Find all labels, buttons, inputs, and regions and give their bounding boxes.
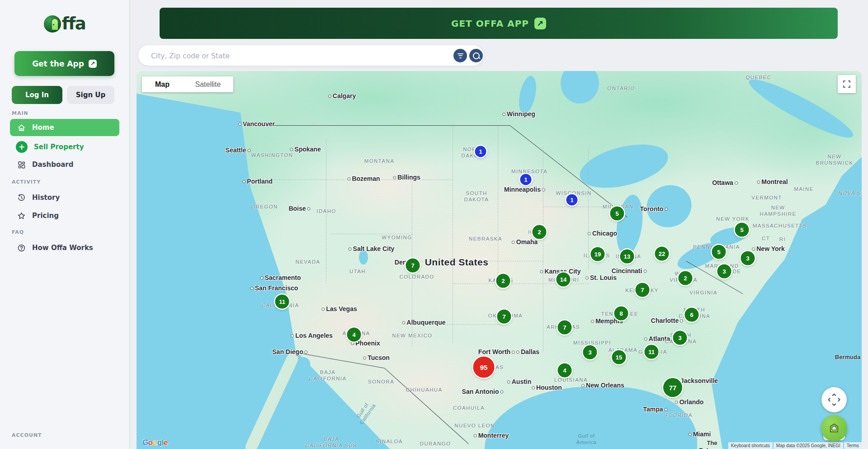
map-cluster-marker[interactable]: 1 xyxy=(520,174,532,185)
map-cluster-marker[interactable]: 3 xyxy=(673,331,687,345)
map-cluster-marker[interactable]: 14 xyxy=(557,273,571,287)
section-label-activity: ACTIVITY xyxy=(12,179,41,185)
map-cluster-marker[interactable]: 4 xyxy=(347,328,361,342)
home-locator-button[interactable] xyxy=(821,415,847,441)
external-link-icon: ↗ xyxy=(534,18,546,29)
map-cluster-marker[interactable]: 3 xyxy=(717,265,731,279)
map-cluster-marker[interactable]: 8 xyxy=(614,307,628,321)
map-cluster-marker[interactable]: 3 xyxy=(583,345,597,359)
search-button[interactable] xyxy=(469,49,483,62)
map-cluster-marker[interactable]: 6 xyxy=(685,308,699,322)
get-offa-app-banner[interactable]: GET OFFA APP ↗ xyxy=(160,8,838,39)
sidebar-item-label: Sell Property xyxy=(34,143,84,151)
map-cluster-marker[interactable]: 1 xyxy=(475,146,486,157)
fullscreen-button[interactable] xyxy=(838,75,856,93)
external-link-icon: ↗ xyxy=(89,60,97,68)
pan-arrows-icon xyxy=(827,393,841,406)
map-cluster-marker[interactable]: 5 xyxy=(610,207,624,221)
sidebar-item-sell-property[interactable]: + Sell Property xyxy=(10,138,119,156)
offa-logo-door-icon xyxy=(44,15,61,33)
state-border xyxy=(331,234,412,234)
map-type-toggle: Map Satellite xyxy=(142,76,233,92)
map-cluster-marker[interactable]: 2 xyxy=(679,271,693,285)
map-cluster-marker[interactable]: 7 xyxy=(497,310,511,324)
sidebar-item-how-offa-works[interactable]: How Offa Works xyxy=(10,239,119,256)
google-logo[interactable]: Google xyxy=(142,438,168,447)
map-cluster-marker[interactable]: 15 xyxy=(612,350,626,364)
sidebar-item-pricing[interactable]: Pricing xyxy=(10,207,119,224)
log-in-button[interactable]: Log In xyxy=(12,86,62,104)
map-cluster-marker[interactable]: 5 xyxy=(712,245,726,259)
map-canvas[interactable]: CalgaryVancouverWinnipegSeattleSpokanePo… xyxy=(137,71,862,449)
section-label-main: MAIN xyxy=(12,110,28,116)
search-icon xyxy=(473,52,480,59)
sidebar-item-dashboard[interactable]: Dashboard xyxy=(10,156,119,173)
map-cluster-marker[interactable]: 3 xyxy=(741,251,755,265)
map-cluster-marker[interactable]: 13 xyxy=(620,250,634,264)
search-input[interactable] xyxy=(150,45,441,66)
banner-label: GET OFFA APP xyxy=(451,18,529,29)
us-canada-border xyxy=(244,125,510,126)
map-cluster-marker[interactable]: 2 xyxy=(496,274,510,288)
state-border xyxy=(453,126,453,343)
map-attribution: Keyboard shortcuts Map data ©2025 Google… xyxy=(728,442,862,449)
map-cluster-marker[interactable]: 7 xyxy=(636,283,650,297)
state-border xyxy=(543,207,620,207)
map-cluster-marker[interactable]: 5 xyxy=(735,223,749,237)
map-cluster-marker[interactable]: 4 xyxy=(558,364,572,378)
sidebar-item-label: Home xyxy=(32,123,54,132)
filter-icon xyxy=(458,53,463,58)
sidebar-item-home[interactable]: Home xyxy=(10,119,119,136)
sidebar: ffa Get the App ↗ Log In Sign Up MAIN Ho… xyxy=(0,0,130,449)
state-border xyxy=(250,180,453,180)
history-clock-icon xyxy=(17,194,26,202)
map-cluster-marker[interactable]: 1 xyxy=(566,194,578,206)
question-circle-icon xyxy=(17,244,26,252)
map-view-button[interactable]: Map xyxy=(142,76,183,92)
location-search-bar xyxy=(138,45,483,66)
offa-logo: ffa xyxy=(0,15,129,33)
offa-logo-text: ffa xyxy=(62,15,86,33)
pan-control-button[interactable] xyxy=(821,387,847,412)
offa-app-window: ffa Get the App ↗ Log In Sign Up MAIN Ho… xyxy=(0,0,868,449)
state-border xyxy=(412,324,503,325)
dashboard-grid-icon xyxy=(17,161,26,169)
map-cluster-marker[interactable]: 2 xyxy=(533,225,547,239)
great-salt-lake xyxy=(359,250,368,265)
state-border xyxy=(326,139,326,284)
sidebar-item-label: Dashboard xyxy=(32,161,73,169)
map-cluster-marker[interactable]: 7 xyxy=(558,321,572,335)
filter-button[interactable] xyxy=(453,49,467,62)
sidebar-item-label: Pricing xyxy=(32,212,59,220)
sign-up-button[interactable]: Sign Up xyxy=(67,86,114,104)
get-the-app-button[interactable]: Get the App ↗ xyxy=(14,51,114,76)
home-icon xyxy=(17,123,26,132)
sidebar-item-label: How Offa Works xyxy=(32,244,93,252)
fullscreen-icon xyxy=(843,80,851,88)
section-label-account: ACCOUNT xyxy=(12,432,42,438)
state-border xyxy=(588,148,589,270)
map-cluster-marker[interactable]: 19 xyxy=(591,247,605,261)
map-cluster-marker[interactable]: 11 xyxy=(275,295,289,309)
satellite-view-button[interactable]: Satellite xyxy=(183,76,233,92)
map-cluster-marker[interactable]: 95 xyxy=(473,357,495,378)
state-border xyxy=(412,261,543,261)
map-cluster-marker[interactable]: 11 xyxy=(645,345,659,359)
sidebar-item-label: History xyxy=(32,194,60,202)
map-cluster-marker[interactable]: 77 xyxy=(663,378,682,397)
plus-circle-icon: + xyxy=(16,141,28,153)
state-border xyxy=(543,148,543,351)
terms-link[interactable]: Terms xyxy=(844,442,862,449)
map-cluster-marker[interactable]: 22 xyxy=(655,247,669,261)
house-3d-icon xyxy=(828,422,840,434)
keyboard-shortcuts-link[interactable]: Keyboard shortcuts xyxy=(728,442,773,449)
section-label-faq: FAQ xyxy=(12,229,24,235)
map-data-label: Map data ©2025 Google, INEGI xyxy=(774,442,843,449)
sidebar-item-history[interactable]: History xyxy=(10,189,119,206)
map-cluster-marker[interactable]: 7 xyxy=(406,259,420,273)
star-icon xyxy=(17,212,26,220)
